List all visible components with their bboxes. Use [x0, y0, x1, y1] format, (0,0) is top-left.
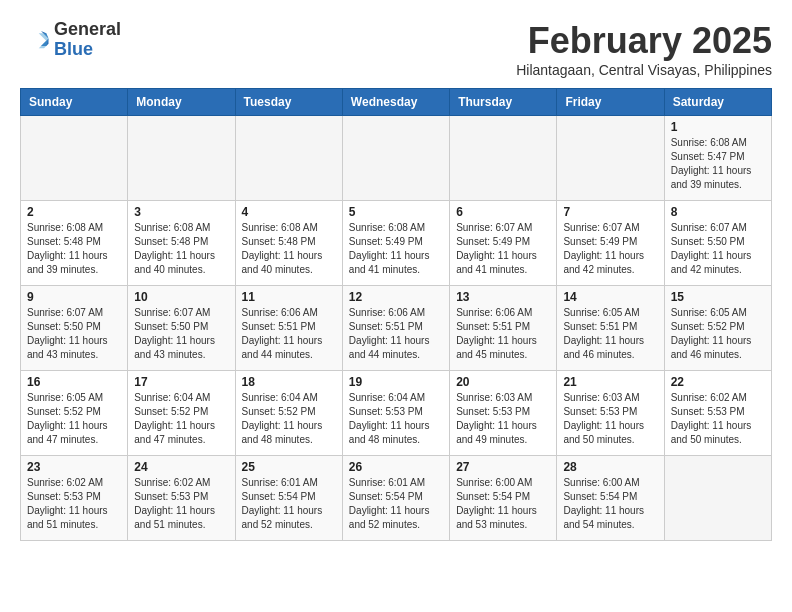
calendar-cell — [664, 456, 771, 541]
day-info: Sunrise: 6:05 AMSunset: 5:52 PMDaylight:… — [27, 391, 121, 447]
day-info: Sunrise: 6:02 AMSunset: 5:53 PMDaylight:… — [27, 476, 121, 532]
calendar-cell: 8Sunrise: 6:07 AMSunset: 5:50 PMDaylight… — [664, 201, 771, 286]
calendar-cell — [557, 116, 664, 201]
calendar-cell — [128, 116, 235, 201]
month-year: February 2025 — [516, 20, 772, 62]
calendar-cell: 28Sunrise: 6:00 AMSunset: 5:54 PMDayligh… — [557, 456, 664, 541]
day-info: Sunrise: 6:06 AMSunset: 5:51 PMDaylight:… — [349, 306, 443, 362]
weekday-header: Thursday — [450, 89, 557, 116]
day-info: Sunrise: 6:07 AMSunset: 5:49 PMDaylight:… — [456, 221, 550, 277]
day-number: 5 — [349, 205, 443, 219]
day-info: Sunrise: 6:08 AMSunset: 5:49 PMDaylight:… — [349, 221, 443, 277]
calendar-cell: 16Sunrise: 6:05 AMSunset: 5:52 PMDayligh… — [21, 371, 128, 456]
logo-blue: Blue — [54, 39, 93, 59]
day-info: Sunrise: 6:01 AMSunset: 5:54 PMDaylight:… — [242, 476, 336, 532]
svg-marker-1 — [39, 33, 49, 48]
calendar-cell: 2Sunrise: 6:08 AMSunset: 5:48 PMDaylight… — [21, 201, 128, 286]
calendar-cell: 27Sunrise: 6:00 AMSunset: 5:54 PMDayligh… — [450, 456, 557, 541]
logo-general: General — [54, 19, 121, 39]
calendar-cell: 6Sunrise: 6:07 AMSunset: 5:49 PMDaylight… — [450, 201, 557, 286]
calendar-cell: 3Sunrise: 6:08 AMSunset: 5:48 PMDaylight… — [128, 201, 235, 286]
day-info: Sunrise: 6:04 AMSunset: 5:52 PMDaylight:… — [134, 391, 228, 447]
day-info: Sunrise: 6:00 AMSunset: 5:54 PMDaylight:… — [456, 476, 550, 532]
weekday-header: Wednesday — [342, 89, 449, 116]
day-number: 7 — [563, 205, 657, 219]
day-number: 18 — [242, 375, 336, 389]
day-info: Sunrise: 6:02 AMSunset: 5:53 PMDaylight:… — [134, 476, 228, 532]
day-number: 24 — [134, 460, 228, 474]
day-number: 16 — [27, 375, 121, 389]
calendar-body: 1Sunrise: 6:08 AMSunset: 5:47 PMDaylight… — [21, 116, 772, 541]
day-number: 15 — [671, 290, 765, 304]
day-number: 13 — [456, 290, 550, 304]
weekday-header: Tuesday — [235, 89, 342, 116]
day-info: Sunrise: 6:08 AMSunset: 5:47 PMDaylight:… — [671, 136, 765, 192]
day-info: Sunrise: 6:08 AMSunset: 5:48 PMDaylight:… — [242, 221, 336, 277]
calendar-cell: 19Sunrise: 6:04 AMSunset: 5:53 PMDayligh… — [342, 371, 449, 456]
day-number: 22 — [671, 375, 765, 389]
day-info: Sunrise: 6:04 AMSunset: 5:53 PMDaylight:… — [349, 391, 443, 447]
day-info: Sunrise: 6:08 AMSunset: 5:48 PMDaylight:… — [27, 221, 121, 277]
day-info: Sunrise: 6:07 AMSunset: 5:50 PMDaylight:… — [671, 221, 765, 277]
calendar-cell — [21, 116, 128, 201]
weekday-header: Friday — [557, 89, 664, 116]
day-info: Sunrise: 6:06 AMSunset: 5:51 PMDaylight:… — [456, 306, 550, 362]
day-info: Sunrise: 6:07 AMSunset: 5:50 PMDaylight:… — [27, 306, 121, 362]
day-number: 9 — [27, 290, 121, 304]
day-info: Sunrise: 6:01 AMSunset: 5:54 PMDaylight:… — [349, 476, 443, 532]
weekday-header: Sunday — [21, 89, 128, 116]
day-number: 12 — [349, 290, 443, 304]
day-number: 10 — [134, 290, 228, 304]
day-number: 3 — [134, 205, 228, 219]
calendar-week-row: 9Sunrise: 6:07 AMSunset: 5:50 PMDaylight… — [21, 286, 772, 371]
calendar-cell — [450, 116, 557, 201]
day-info: Sunrise: 6:03 AMSunset: 5:53 PMDaylight:… — [456, 391, 550, 447]
calendar-header: SundayMondayTuesdayWednesdayThursdayFrid… — [21, 89, 772, 116]
weekday-header: Saturday — [664, 89, 771, 116]
calendar-cell: 24Sunrise: 6:02 AMSunset: 5:53 PMDayligh… — [128, 456, 235, 541]
day-info: Sunrise: 6:03 AMSunset: 5:53 PMDaylight:… — [563, 391, 657, 447]
day-number: 26 — [349, 460, 443, 474]
calendar-week-row: 16Sunrise: 6:05 AMSunset: 5:52 PMDayligh… — [21, 371, 772, 456]
day-number: 2 — [27, 205, 121, 219]
calendar-week-row: 1Sunrise: 6:08 AMSunset: 5:47 PMDaylight… — [21, 116, 772, 201]
calendar-cell: 11Sunrise: 6:06 AMSunset: 5:51 PMDayligh… — [235, 286, 342, 371]
day-info: Sunrise: 6:05 AMSunset: 5:52 PMDaylight:… — [671, 306, 765, 362]
calendar-cell: 10Sunrise: 6:07 AMSunset: 5:50 PMDayligh… — [128, 286, 235, 371]
day-info: Sunrise: 6:06 AMSunset: 5:51 PMDaylight:… — [242, 306, 336, 362]
calendar-cell: 14Sunrise: 6:05 AMSunset: 5:51 PMDayligh… — [557, 286, 664, 371]
logo-text: General Blue — [54, 20, 121, 60]
weekday-row: SundayMondayTuesdayWednesdayThursdayFrid… — [21, 89, 772, 116]
calendar-cell: 18Sunrise: 6:04 AMSunset: 5:52 PMDayligh… — [235, 371, 342, 456]
day-info: Sunrise: 6:07 AMSunset: 5:49 PMDaylight:… — [563, 221, 657, 277]
calendar-cell: 15Sunrise: 6:05 AMSunset: 5:52 PMDayligh… — [664, 286, 771, 371]
calendar-cell: 1Sunrise: 6:08 AMSunset: 5:47 PMDaylight… — [664, 116, 771, 201]
calendar-week-row: 2Sunrise: 6:08 AMSunset: 5:48 PMDaylight… — [21, 201, 772, 286]
day-number: 11 — [242, 290, 336, 304]
day-info: Sunrise: 6:05 AMSunset: 5:51 PMDaylight:… — [563, 306, 657, 362]
calendar-cell: 20Sunrise: 6:03 AMSunset: 5:53 PMDayligh… — [450, 371, 557, 456]
location: Hilantagaan, Central Visayas, Philippine… — [516, 62, 772, 78]
day-info: Sunrise: 6:07 AMSunset: 5:50 PMDaylight:… — [134, 306, 228, 362]
day-info: Sunrise: 6:08 AMSunset: 5:48 PMDaylight:… — [134, 221, 228, 277]
calendar-cell: 13Sunrise: 6:06 AMSunset: 5:51 PMDayligh… — [450, 286, 557, 371]
day-number: 4 — [242, 205, 336, 219]
day-number: 19 — [349, 375, 443, 389]
day-info: Sunrise: 6:00 AMSunset: 5:54 PMDaylight:… — [563, 476, 657, 532]
calendar-cell: 4Sunrise: 6:08 AMSunset: 5:48 PMDaylight… — [235, 201, 342, 286]
calendar-cell: 17Sunrise: 6:04 AMSunset: 5:52 PMDayligh… — [128, 371, 235, 456]
calendar-table: SundayMondayTuesdayWednesdayThursdayFrid… — [20, 88, 772, 541]
calendar-week-row: 23Sunrise: 6:02 AMSunset: 5:53 PMDayligh… — [21, 456, 772, 541]
header: General Blue February 2025 Hilantagaan, … — [20, 20, 772, 78]
calendar-cell: 7Sunrise: 6:07 AMSunset: 5:49 PMDaylight… — [557, 201, 664, 286]
weekday-header: Monday — [128, 89, 235, 116]
calendar-cell: 26Sunrise: 6:01 AMSunset: 5:54 PMDayligh… — [342, 456, 449, 541]
calendar-cell: 12Sunrise: 6:06 AMSunset: 5:51 PMDayligh… — [342, 286, 449, 371]
day-number: 1 — [671, 120, 765, 134]
title-area: February 2025 Hilantagaan, Central Visay… — [516, 20, 772, 78]
calendar-cell: 22Sunrise: 6:02 AMSunset: 5:53 PMDayligh… — [664, 371, 771, 456]
day-number: 23 — [27, 460, 121, 474]
day-info: Sunrise: 6:04 AMSunset: 5:52 PMDaylight:… — [242, 391, 336, 447]
calendar-cell: 25Sunrise: 6:01 AMSunset: 5:54 PMDayligh… — [235, 456, 342, 541]
day-number: 25 — [242, 460, 336, 474]
